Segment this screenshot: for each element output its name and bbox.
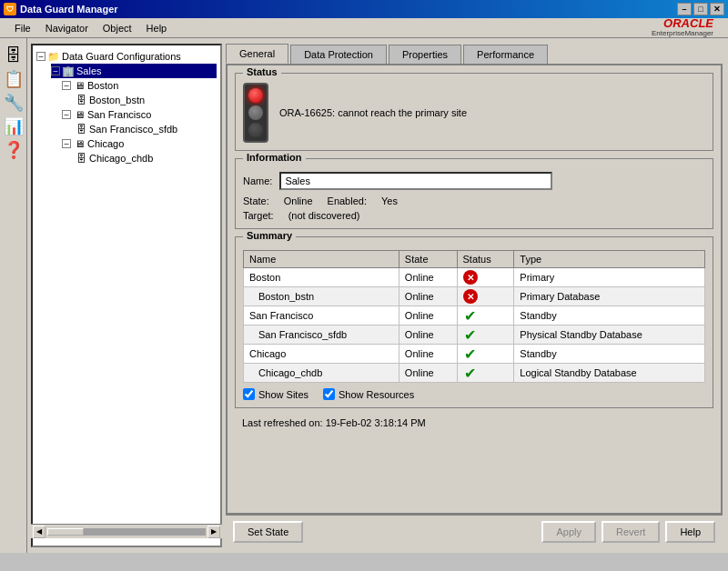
light-red: [248, 88, 263, 103]
row-type: Logical Standby Database: [514, 364, 705, 383]
tab-data-protection[interactable]: Data Protection: [290, 45, 387, 64]
row-status: ✔: [457, 306, 514, 326]
row-status: ✔: [457, 326, 514, 345]
col-type: Type: [514, 251, 705, 268]
table-row: BostonOnline✕Primary: [244, 268, 705, 287]
panel-body: Status ORA-16625: cannot reach the prima…: [226, 64, 723, 515]
row-state: Online: [399, 268, 457, 287]
status-message: ORA-16625: cannot reach the primary site: [279, 107, 467, 118]
window-controls: – □ ✕: [677, 3, 724, 15]
status-content: ORA-16625: cannot reach the primary site: [243, 79, 705, 143]
scroll-right-btn[interactable]: ▶: [207, 526, 220, 538]
set-state-button[interactable]: Set State: [233, 521, 303, 543]
show-resources-item[interactable]: Show Resources: [323, 388, 414, 400]
expand-boston-icon[interactable]: –: [62, 81, 71, 90]
name-input[interactable]: [279, 172, 552, 190]
target-value: (not discovered): [288, 210, 360, 221]
boston-icon: 🖥: [73, 79, 86, 92]
tree-sales-label: Sales: [76, 65, 102, 76]
revert-button[interactable]: Revert: [602, 521, 660, 543]
expand-chicago-icon[interactable]: –: [62, 139, 71, 148]
col-state: State: [399, 251, 457, 268]
ok-icon: ✔: [463, 366, 478, 380]
tab-properties[interactable]: Properties: [389, 45, 461, 64]
row-name: Boston: [244, 268, 399, 287]
row-state: Online: [399, 287, 457, 306]
sidebar-icon-2[interactable]: 📋: [4, 69, 24, 89]
target-label: Target:: [243, 210, 274, 221]
row-type: Primary Database: [514, 287, 705, 306]
scroll-thumb[interactable]: [47, 528, 84, 536]
minimize-button[interactable]: –: [677, 3, 692, 15]
main-container: 🗄 📋 🔧 📊 ❓ – 📁 Data Guard Configurations …: [0, 38, 728, 553]
tree-node-root[interactable]: – 📁 Data Guard Configurations: [36, 49, 217, 64]
show-resources-checkbox[interactable]: [323, 388, 335, 400]
tree-node-sfdb[interactable]: 🗄 San Francisco_sfdb: [75, 122, 217, 136]
folder-icon: 📁: [47, 50, 60, 63]
tree-node-boston-bstn[interactable]: 🗄 Boston_bstn: [75, 93, 217, 107]
chdb-icon: 🗄: [75, 152, 87, 165]
summary-table: Name State Status Type BostonOnline✕Prim…: [243, 250, 705, 383]
tree-sf-label: San Francisco: [87, 109, 151, 120]
enabled-value: Yes: [381, 195, 398, 206]
info-content: Name: State: Online Enabled: Yes Target:…: [243, 165, 705, 221]
sf-icon: 🖥: [73, 108, 86, 121]
tree-node-boston[interactable]: – 🖥 Boston: [62, 78, 217, 93]
tree-boston-label: Boston: [87, 80, 118, 91]
checkboxes-row: Show Sites Show Resources: [243, 383, 705, 400]
tree-root-label: Data Guard Configurations: [62, 51, 181, 62]
state-value: Online: [284, 195, 313, 206]
summary-section-label: Summary: [243, 230, 296, 241]
sidebar-icon-help[interactable]: ❓: [4, 140, 24, 160]
tree-node-sales[interactable]: – 🏢 Sales: [51, 64, 217, 78]
menu-help[interactable]: Help: [139, 21, 175, 35]
menu-file[interactable]: File: [7, 21, 38, 35]
close-button[interactable]: ✕: [710, 3, 724, 15]
show-sites-item[interactable]: Show Sites: [243, 388, 308, 400]
show-sites-checkbox[interactable]: [243, 388, 255, 400]
row-name: Chicago_chdb: [244, 364, 399, 383]
scroll-track: [47, 528, 206, 536]
row-name: Chicago: [244, 345, 399, 364]
menu-object[interactable]: Object: [96, 21, 139, 35]
expand-icon[interactable]: –: [36, 52, 46, 61]
enabled-label: Enabled:: [328, 195, 367, 206]
row-status: ✕: [457, 287, 514, 306]
traffic-light-housing: [243, 83, 268, 143]
row-state: Online: [399, 364, 457, 383]
refresh-text: Last refreshed on: 19-Feb-02 3:18:14 PM: [235, 416, 713, 430]
ok-icon: ✔: [463, 346, 478, 361]
tabs-container: General Data Protection Properties Perfo…: [226, 44, 723, 64]
table-row: San FranciscoOnline✔Standby: [244, 306, 705, 326]
help-button[interactable]: Help: [665, 521, 715, 543]
tree-panel[interactable]: – 📁 Data Guard Configurations – 🏢 Sales …: [31, 44, 222, 547]
row-type: Standby: [514, 306, 705, 326]
information-section-label: Information: [243, 152, 306, 163]
menu-navigator[interactable]: Navigator: [38, 21, 96, 35]
row-state: Online: [399, 345, 457, 364]
sidebar-icon-4[interactable]: 📊: [4, 116, 24, 136]
tab-performance[interactable]: Performance: [463, 45, 548, 64]
light-green: [248, 123, 263, 137]
horizontal-scrollbar[interactable]: ◀ ▶: [31, 524, 222, 538]
tree-node-chdb[interactable]: 🗄 Chicago_chdb: [75, 151, 217, 165]
sidebar-icon-3[interactable]: 🔧: [4, 93, 24, 113]
sidebar-icon-1[interactable]: 🗄: [4, 45, 24, 65]
sales-icon: 🏢: [62, 65, 75, 77]
tree-chicago-label: Chicago: [87, 138, 124, 149]
expand-sf-icon[interactable]: –: [62, 110, 71, 119]
tab-general[interactable]: General: [226, 44, 288, 64]
tree-node-sf[interactable]: – 🖥 San Francisco: [62, 107, 217, 122]
row-name: Boston_bstn: [244, 287, 399, 306]
sfdb-icon: 🗄: [75, 123, 87, 135]
table-row: Boston_bstnOnline✕Primary Database: [244, 287, 705, 306]
tree-node-chicago[interactable]: – 🖥 Chicago: [62, 136, 217, 151]
scroll-left-btn[interactable]: ◀: [33, 526, 46, 538]
table-row: Chicago_chdbOnline✔Logical Standby Datab…: [244, 364, 705, 383]
status-section: Status ORA-16625: cannot reach the prima…: [235, 73, 713, 151]
expand-sales-icon[interactable]: –: [51, 66, 60, 75]
apply-button[interactable]: Apply: [541, 521, 596, 543]
traffic-light: [243, 83, 268, 143]
row-state: Online: [399, 306, 457, 326]
maximize-button[interactable]: □: [693, 3, 708, 15]
